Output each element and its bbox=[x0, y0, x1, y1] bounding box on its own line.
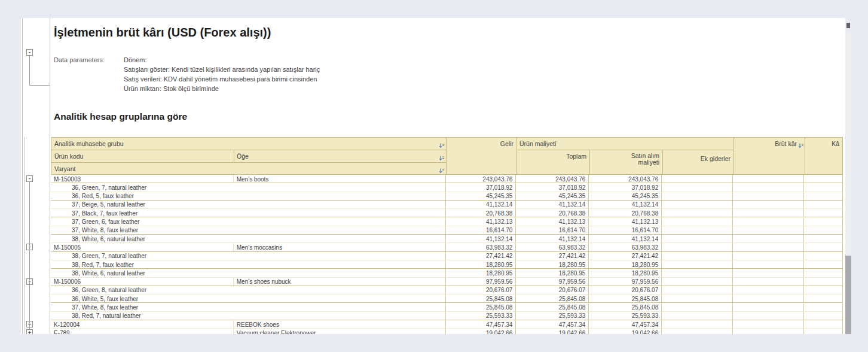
group-row[interactable]: K-120004REEBOK shoes47,457.3447,457.3447… bbox=[51, 320, 843, 329]
group-margin-edge-line bbox=[22, 18, 23, 334]
collapse-group-button[interactable]: - bbox=[26, 175, 33, 182]
profitability-cell bbox=[803, 175, 842, 183]
expand-group-button[interactable]: + bbox=[26, 329, 33, 334]
variant-row[interactable]: 38, Green, 7, natural leather27,421.4227… bbox=[51, 252, 843, 260]
col-revenue: Gelir bbox=[446, 140, 514, 147]
gross-profit-cell bbox=[732, 175, 803, 183]
profitability-cell bbox=[803, 209, 842, 217]
gross-profit-cell bbox=[732, 209, 803, 217]
total-cost-cell: 47,457.34 bbox=[515, 320, 588, 328]
variant-row[interactable]: 37, Black, 7, faux leather20,768.3820,76… bbox=[51, 209, 843, 217]
gross-profit-cell bbox=[732, 252, 803, 260]
variant-cell: 37, Beige, 5, natural leather bbox=[51, 201, 445, 208]
variant-cell: 37, White, 8, faux leather bbox=[51, 226, 445, 234]
variant-row[interactable]: 38, White, 6, natural leather18,280.9518… bbox=[51, 269, 843, 277]
profitability-cell bbox=[803, 235, 842, 242]
revenue-cell: 47,457.34 bbox=[445, 320, 516, 328]
page-title: İşletmenin brüt kârı (USD (Forex alışı)) bbox=[54, 26, 271, 40]
product-code-cell: E-789 bbox=[51, 329, 233, 334]
variant-row[interactable]: 36, Red, 5, faux leather45,245.3545,245.… bbox=[51, 192, 843, 201]
purchase-cost-cell: 20,768.38 bbox=[588, 209, 661, 217]
vertical-scrollbar[interactable] bbox=[845, 33, 851, 334]
scrollbar-thumb[interactable] bbox=[845, 256, 851, 334]
gross-profit-cell bbox=[732, 304, 803, 311]
purchase-cost-cell: 19,042.66 bbox=[588, 329, 661, 334]
variant-row[interactable]: 37, Beige, 5, natural leather41,132.1441… bbox=[51, 201, 843, 209]
revenue-cell: 45,245.35 bbox=[445, 192, 516, 200]
revenue-cell: 41,132.14 bbox=[445, 235, 516, 242]
col-product-code: Ürün kodu bbox=[54, 153, 83, 160]
purchase-cost-cell: 41,132.14 bbox=[588, 235, 661, 242]
variant-row[interactable]: 38, White, 6, natural leather41,132.1441… bbox=[51, 235, 843, 243]
gross-profit-cell bbox=[732, 192, 803, 200]
sort-icon-gross-profit[interactable] bbox=[798, 141, 804, 147]
sort-icon[interactable] bbox=[439, 166, 445, 172]
extra-costs-cell bbox=[661, 320, 732, 328]
section-heading: Analitik hesap gruplarına göre bbox=[54, 111, 187, 122]
purchase-cost-cell: 25,845.08 bbox=[588, 295, 661, 302]
scrollbar-arrow-remnant bbox=[846, 23, 850, 28]
total-cost-cell: 41,132.14 bbox=[515, 235, 588, 242]
total-cost-cell: 63,983.32 bbox=[515, 243, 588, 251]
header-grid-line bbox=[51, 150, 446, 150]
group-row[interactable]: M-150003Men's boots243,043.76243,043.762… bbox=[51, 175, 843, 183]
variant-row[interactable]: 36, Green, 7, natural leather37,018.9237… bbox=[51, 183, 843, 192]
extra-costs-cell bbox=[661, 252, 732, 260]
group-connector-line bbox=[29, 182, 30, 329]
revenue-cell: 41,132.14 bbox=[445, 201, 516, 208]
gross-profit-cell bbox=[732, 243, 803, 251]
extra-costs-cell bbox=[661, 226, 732, 234]
sort-icon[interactable] bbox=[439, 141, 445, 147]
header-grid-line bbox=[51, 162, 446, 163]
profitability-cell bbox=[803, 269, 842, 277]
extra-costs-cell bbox=[661, 175, 732, 183]
header-grid-line bbox=[662, 150, 663, 175]
product-code-cell: K-120004 bbox=[51, 320, 233, 328]
gross-profit-cell bbox=[732, 226, 803, 234]
group-row[interactable]: E-789Vacuum cleaner Elektropower19,042.6… bbox=[51, 329, 843, 334]
variant-row[interactable]: 37, Green, 6, faux leather41,132.1341,13… bbox=[51, 218, 843, 226]
group-row[interactable]: M-150005Men's moccasins63,983.3263,983.3… bbox=[51, 243, 843, 251]
gross-profit-cell bbox=[732, 201, 803, 208]
variant-row[interactable]: 37, White, 8, faux leather16,614.7016,61… bbox=[51, 226, 843, 235]
extra-costs-cell bbox=[661, 269, 732, 277]
variant-row[interactable]: 37, White, 8, faux leather25,845.0825,84… bbox=[51, 304, 843, 312]
data-parameters-label: Data parameters: bbox=[54, 56, 105, 63]
gross-profit-cell bbox=[732, 218, 803, 226]
total-cost-cell: 41,132.14 bbox=[515, 201, 588, 208]
variant-row[interactable]: 38, Red, 7, faux leather18,280.9518,280.… bbox=[51, 260, 843, 269]
collapse-report-header-button[interactable]: - bbox=[26, 49, 33, 56]
col-gross-profit: Brüt kâr bbox=[733, 140, 797, 147]
variant-row[interactable]: 36, White, 5, faux leather25,845.0825,84… bbox=[51, 295, 843, 303]
revenue-cell: 16,614.70 bbox=[445, 226, 516, 234]
revenue-cell: 25,845.08 bbox=[445, 295, 516, 302]
extra-costs-cell bbox=[661, 304, 732, 311]
profitability-cell bbox=[803, 295, 842, 302]
revenue-cell: 243,043.76 bbox=[445, 175, 516, 183]
purchase-cost-cell: 37,018.92 bbox=[588, 183, 661, 191]
group-bracket-hline bbox=[29, 85, 50, 86]
total-cost-cell: 27,421.42 bbox=[515, 252, 588, 260]
variant-cell: 36, White, 5, faux leather bbox=[51, 295, 445, 302]
profitability-cell bbox=[803, 192, 842, 200]
variant-row[interactable]: 36, Green, 8, natural leather20,676.0720… bbox=[51, 286, 843, 295]
profitability-cell bbox=[803, 320, 842, 328]
header-grid-line bbox=[516, 150, 733, 150]
variant-cell: 37, White, 8, faux leather bbox=[51, 304, 445, 311]
revenue-cell: 97,959.56 bbox=[445, 278, 516, 286]
gross-profit-cell bbox=[732, 312, 803, 320]
group-row[interactable]: M-150006Men's shoes nubuck97,959.5697,95… bbox=[51, 278, 843, 286]
item-cell: Vacuum cleaner Elektropower bbox=[233, 329, 445, 334]
profitability-cell bbox=[803, 183, 842, 191]
extra-costs-cell bbox=[661, 209, 732, 217]
variant-row[interactable]: 38, Red, 7, natural leather25,593.3325,5… bbox=[51, 312, 843, 320]
gross-profit-cell bbox=[732, 329, 803, 334]
revenue-cell: 18,280.95 bbox=[445, 269, 516, 277]
variant-cell: 37, Green, 6, faux leather bbox=[51, 218, 445, 226]
profitability-cell bbox=[803, 218, 842, 226]
col-total: Toplam bbox=[516, 153, 586, 160]
purchase-cost-cell: 47,457.34 bbox=[588, 320, 661, 328]
sort-icon[interactable] bbox=[439, 153, 445, 159]
total-cost-cell: 37,018.92 bbox=[515, 183, 588, 191]
purchase-cost-cell: 18,280.95 bbox=[588, 269, 661, 277]
